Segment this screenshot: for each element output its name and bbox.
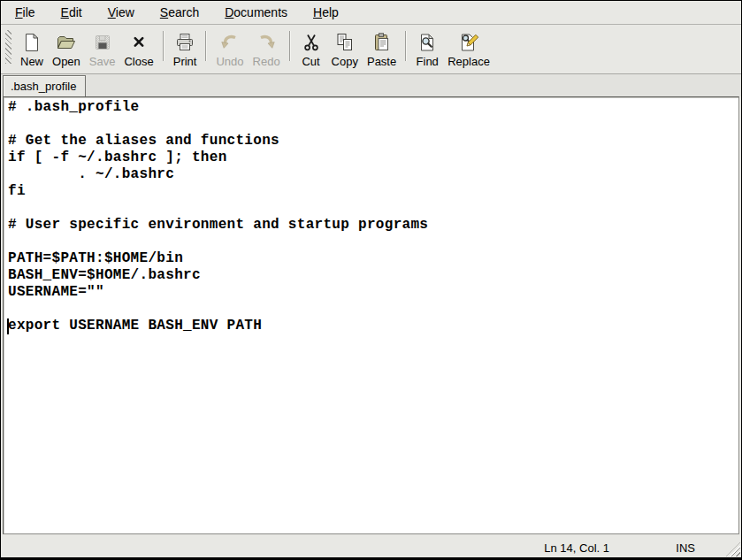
redo-button: Redo [249, 29, 284, 70]
redo-arrow-icon [256, 32, 277, 53]
undo-button: Undo [212, 29, 247, 70]
status-bar: Ln 14, Col. 1 INS [1, 539, 741, 557]
toolbar-separator [405, 31, 407, 61]
text-cursor [7, 318, 9, 334]
undo-arrow-icon [219, 32, 241, 53]
cursor-position-label: Ln 14, Col. 1 [544, 541, 609, 555]
printer-icon [174, 32, 195, 53]
print-button-label: Print [173, 55, 197, 68]
menu-search[interactable]: Search [153, 2, 206, 23]
find-button[interactable]: Find [412, 29, 442, 70]
menu-file[interactable]: File [8, 2, 42, 23]
tab-title: .bash_profile [11, 80, 76, 93]
menu-help[interactable]: Help [306, 2, 346, 23]
find-button-label: Find [417, 55, 439, 68]
tab-bash-profile[interactable]: .bash_profile [3, 75, 86, 96]
toolbar-separator [205, 31, 207, 61]
editor-text: # .bash_profile # Get the aliases and fu… [4, 97, 738, 334]
scissors-icon [301, 32, 322, 53]
new-button-label: New [20, 55, 43, 68]
new-document-icon [21, 32, 42, 53]
save-button: Save [86, 29, 119, 70]
menu-bar: File Edit View Search Documents Help [1, 1, 741, 25]
close-x-icon [128, 32, 149, 53]
cut-button-label: Cut [302, 55, 319, 68]
magnifier-pencil-icon [458, 32, 479, 53]
save-button-label: Save [89, 55, 116, 68]
copy-button-label: Copy [332, 55, 358, 68]
gedit-window: File Edit View Search Documents Help New [0, 0, 742, 560]
save-floppy-icon [92, 32, 113, 53]
copy-pages-icon [334, 32, 356, 53]
close-button[interactable]: Close [120, 29, 157, 70]
replace-button-label: Replace [447, 55, 490, 68]
magnifier-doc-icon [417, 32, 438, 53]
paste-button[interactable]: Paste [363, 29, 400, 70]
paste-button-label: Paste [367, 55, 396, 68]
close-button-label: Close [124, 55, 153, 68]
toolbar-separator [289, 31, 291, 61]
menu-edit[interactable]: Edit [54, 2, 89, 23]
resize-grip[interactable] [726, 542, 740, 556]
menu-view[interactable]: View [101, 2, 142, 23]
menu-documents[interactable]: Documents [218, 2, 295, 23]
replace-button[interactable]: Replace [444, 29, 493, 70]
redo-button-label: Redo [253, 55, 280, 68]
clipboard-icon [371, 32, 393, 53]
new-button[interactable]: New [17, 29, 47, 70]
open-button-label: Open [52, 55, 80, 68]
tab-bar: .bash_profile [1, 74, 741, 96]
open-button[interactable]: Open [49, 29, 84, 70]
cut-button[interactable]: Cut [296, 29, 326, 70]
toolbar-separator [163, 31, 164, 61]
print-button[interactable]: Print [170, 29, 201, 70]
open-folder-icon [56, 32, 77, 53]
copy-button[interactable]: Copy [328, 29, 362, 70]
insert-mode-label: INS [676, 541, 695, 555]
toolbar: New Open [1, 26, 741, 74]
text-editor-area[interactable]: # .bash_profile # Get the aliases and fu… [3, 96, 739, 534]
toolbar-drag-handle[interactable] [5, 30, 11, 64]
undo-button-label: Undo [216, 55, 243, 68]
